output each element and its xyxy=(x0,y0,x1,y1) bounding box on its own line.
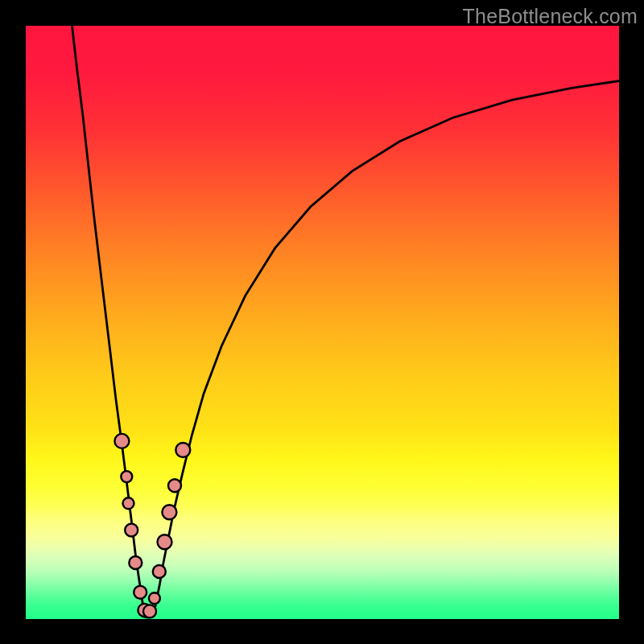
chart-dot xyxy=(158,535,172,549)
chart-dot xyxy=(134,586,147,599)
chart-dot xyxy=(175,443,190,457)
chart-dot xyxy=(123,497,134,509)
bottleneck-curve xyxy=(72,26,620,617)
chart-dot xyxy=(149,592,160,604)
chart-dot xyxy=(125,524,138,537)
chart-plot-area xyxy=(26,26,619,619)
chart-dot xyxy=(143,605,156,617)
chart-svg xyxy=(26,26,619,619)
chart-dot xyxy=(168,479,181,492)
chart-dot xyxy=(162,505,176,519)
chart-dots-group xyxy=(114,434,190,618)
chart-dot xyxy=(114,434,129,448)
chart-outer-frame: TheBottleneck.com xyxy=(0,0,644,644)
chart-dot xyxy=(129,556,142,569)
watermark-text: TheBottleneck.com xyxy=(463,5,638,28)
chart-dot xyxy=(121,471,132,482)
chart-dot xyxy=(153,565,166,578)
